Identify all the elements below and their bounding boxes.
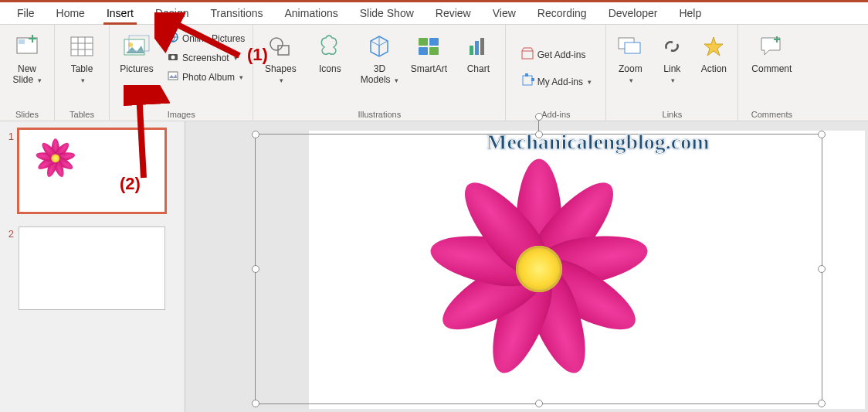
new-slide-icon	[14, 31, 40, 62]
svg-rect-24	[480, 38, 484, 55]
group-comments: Comment Comments	[738, 25, 805, 121]
tab-recording[interactable]: Recording	[527, 2, 598, 24]
group-addins: Get Add-ins My Add-ins▾ Add-ins	[506, 25, 606, 121]
flower-image[interactable]	[415, 145, 663, 393]
zoom-label: Zoom▾	[619, 63, 643, 86]
tab-transitions[interactable]: Transitions	[200, 2, 274, 24]
3d-models-button[interactable]: 3D Models ▾	[357, 28, 402, 89]
online-pictures-label: Online Pictures	[182, 33, 245, 44]
globe-icon	[167, 31, 179, 46]
resize-handle-tm[interactable]	[535, 131, 543, 138]
chart-button[interactable]: Chart	[456, 28, 500, 77]
comment-icon	[758, 31, 785, 62]
svg-rect-21	[429, 47, 439, 55]
slide-thumbnail[interactable]	[19, 129, 165, 213]
pictures-label: Pictures	[120, 63, 153, 74]
icons-icon	[317, 31, 343, 62]
chart-icon	[465, 31, 491, 62]
tab-developer[interactable]: Developer	[598, 2, 669, 24]
group-addins-label: Add-ins	[510, 108, 601, 119]
group-illustrations-label: Illustrations	[258, 108, 500, 119]
svg-rect-22	[470, 46, 473, 55]
slide-canvas[interactable]	[309, 131, 865, 409]
comment-button[interactable]: Comment	[743, 28, 800, 77]
smartart-button[interactable]: SmartArt	[406, 28, 451, 77]
shapes-icon	[267, 31, 293, 62]
group-illustrations: Shapes▾ Icons 3D Models ▾ SmartArt	[253, 25, 506, 121]
pictures-button[interactable]: Pictures	[114, 28, 159, 77]
resize-handle-tr[interactable]	[818, 131, 826, 138]
link-label: Link▾	[663, 63, 680, 86]
online-pictures-button[interactable]: Online Pictures	[164, 29, 248, 47]
new-slide-label: New Slide ▾	[6, 63, 48, 86]
rotation-handle[interactable]	[535, 113, 543, 121]
link-button[interactable]: Link▾	[654, 28, 690, 89]
photo-album-button[interactable]: Photo Album▾	[164, 68, 248, 86]
tab-home[interactable]: Home	[46, 2, 96, 24]
link-icon	[660, 31, 683, 62]
get-addins-button[interactable]: Get Add-ins	[517, 45, 589, 64]
slide-thumb-1[interactable]: 1	[3, 129, 177, 213]
svg-rect-28	[531, 78, 534, 81]
tab-view[interactable]: View	[482, 2, 527, 24]
new-slide-button[interactable]: New Slide ▾	[5, 28, 49, 89]
my-addins-button[interactable]: My Add-ins▾	[517, 72, 595, 91]
svg-rect-4	[71, 37, 93, 56]
group-links: Zoom▾ Link▾ Action Links	[606, 25, 738, 121]
resize-handle-bm[interactable]	[535, 400, 543, 407]
table-label: Table▾	[71, 63, 93, 86]
photo-album-label: Photo Album	[182, 72, 235, 83]
group-links-label: Links	[611, 108, 733, 119]
resize-handle-br[interactable]	[818, 400, 826, 407]
store-icon	[520, 46, 534, 63]
tab-design[interactable]: Design	[144, 2, 200, 24]
cube-icon	[366, 31, 392, 62]
svg-rect-18	[419, 38, 428, 46]
resize-handle-mr[interactable]	[818, 265, 826, 273]
icons-button[interactable]: Icons	[307, 28, 352, 77]
comment-label: Comment	[751, 63, 792, 74]
action-button[interactable]: Action	[694, 28, 733, 77]
shapes-label: Shapes▾	[265, 63, 297, 86]
resize-handle-bl[interactable]	[252, 400, 259, 407]
resize-handle-tl[interactable]	[252, 131, 259, 138]
svg-point-16	[270, 38, 283, 50]
group-tables: Table▾ Tables	[55, 25, 110, 121]
resize-handle-ml[interactable]	[252, 265, 259, 273]
slide-number: 2	[3, 226, 19, 240]
tab-slideshow[interactable]: Slide Show	[349, 2, 425, 24]
action-label: Action	[701, 63, 727, 74]
icons-label: Icons	[319, 63, 341, 74]
tab-animations[interactable]: Animations	[273, 2, 348, 24]
flower-image-thumb	[33, 136, 78, 181]
addins-icon	[520, 73, 534, 90]
rotation-line	[538, 121, 539, 131]
slide-thumbnail[interactable]	[19, 226, 165, 310]
zoom-icon	[617, 31, 643, 62]
slide-canvas-area[interactable]	[185, 121, 868, 412]
image-selection-box[interactable]	[255, 134, 822, 404]
table-button[interactable]: Table▾	[59, 28, 104, 89]
svg-point-14	[171, 56, 175, 60]
shapes-button[interactable]: Shapes▾	[258, 28, 303, 89]
group-tables-label: Tables	[59, 108, 104, 119]
chart-label: Chart	[467, 63, 490, 74]
tab-help[interactable]: Help	[668, 2, 712, 24]
group-images-label: Images	[114, 108, 248, 119]
menubar: File Home Insert Design Transitions Anim…	[0, 2, 868, 25]
svg-rect-30	[625, 43, 640, 53]
svg-rect-25	[522, 51, 533, 59]
group-slides: New Slide ▾ Slides	[0, 25, 55, 121]
slide-thumb-2[interactable]: 2	[3, 226, 177, 310]
tab-insert[interactable]: Insert	[96, 2, 144, 24]
screenshot-label: Screenshot	[182, 53, 229, 63]
svg-rect-23	[475, 41, 479, 55]
svg-rect-19	[429, 38, 439, 46]
ribbon: New Slide ▾ Slides Table▾ Tables Picture…	[0, 25, 868, 121]
group-comments-label: Comments	[743, 108, 800, 119]
zoom-button[interactable]: Zoom▾	[611, 28, 649, 89]
tab-review[interactable]: Review	[425, 2, 482, 24]
screenshot-button[interactable]: Screenshot▾	[164, 49, 248, 66]
pictures-icon	[123, 31, 151, 62]
tab-file[interactable]: File	[6, 2, 46, 24]
